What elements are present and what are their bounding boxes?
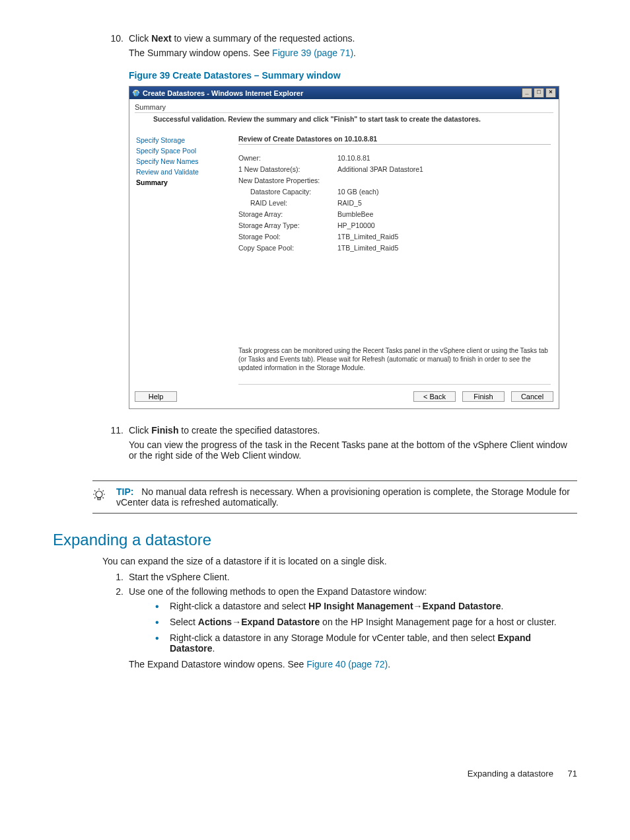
page-content: 10. Click Next to view a summary of the … [0,0,630,792]
expand-intro: You can expand the size of a datastore i… [102,556,577,566]
step-number: 2. [102,586,123,597]
svg-rect-2 [98,498,100,500]
nav-specify-storage[interactable]: Specify Storage [136,135,238,145]
footer-text: Expanding a datastore [468,769,553,779]
step-text: Use one of the following methods to open… [129,586,577,597]
list-item: Right-click a datastore and select HP In… [155,601,577,611]
footer-page-number: 71 [568,769,577,779]
expand-steps: 1. Start the vSphere Client. 2. Use one … [102,572,577,669]
wizard-main: Review of Create Datastores on 10.10.8.8… [238,135,553,385]
kv-row: Copy Space Pool:1TB_Limited_Raid5 [238,243,551,254]
step-number: 1. [102,572,123,582]
window-title: Create Datastores - Windows Internet Exp… [143,89,303,97]
expanding-datastore-heading: Expanding a datastore [53,531,577,549]
tip-block: TIP: No manual data refresh is necessary… [92,480,577,514]
help-button[interactable]: Help [135,391,177,402]
step-number: 11. [102,425,123,436]
step-text: Click Finish to create the specified dat… [129,425,577,436]
cancel-button[interactable]: Cancel [511,391,553,402]
ordered-steps-cont: 11. Click Finish to create the specified… [102,425,577,461]
review-title: Review of Create Datastores on 10.10.8.8… [238,135,551,145]
step-number: 10. [102,33,123,44]
kv-row: Storage Array:BumbleBee [238,209,551,220]
nav-specify-new-names[interactable]: Specify New Names [136,156,238,167]
kv-row: 1 New Datastore(s):Additional 3PAR Datas… [238,164,551,175]
list-item: Right-click a datastore in any Storage M… [155,632,577,654]
step-10: 10. Click Next to view a summary of the … [102,33,577,58]
expand-methods-list: Right-click a datastore and select HP In… [155,601,577,654]
wizard-note: Task progress can be monitored using the… [238,346,551,385]
expand-opens: The Expand Datastore window opens. See F… [129,659,577,669]
svg-point-1 [96,491,102,498]
minimize-button[interactable]: _ [522,88,532,98]
step-subtext: You can view the progress of the task in… [129,439,577,461]
kv-row: Storage Pool:1TB_Limited_Raid5 [238,231,551,243]
nav-review-validate[interactable]: Review and Validate [136,167,238,177]
maximize-button[interactable]: □ [534,88,544,98]
step-text: Click Next to view a summary of the requ… [129,33,577,44]
window-button-bar: Help < Back Finish Cancel [129,385,559,408]
svg-line-8 [94,498,96,499]
wizard-subtitle: Summary [135,103,553,113]
ie-icon [132,89,140,97]
wizard-description: Successful validation. Review the summar… [135,114,553,135]
kv-row: New Datastore Properties: [238,175,551,186]
kv-row: Datastore Capacity:10 GB (each) [238,186,551,198]
ordered-steps: 10. Click Next to view a summary of the … [102,33,577,58]
finish-button[interactable]: Finish [462,391,505,402]
create-datastores-window: Create Datastores - Windows Internet Exp… [129,86,559,409]
svg-line-5 [103,490,104,492]
figure-39-caption: Figure 39 Create Datastores – Summary wi… [129,70,577,81]
figure-40-link[interactable]: Figure 40 (page 72) [306,659,388,669]
list-item: Select Actions→Expand Datastore on the H… [155,617,577,627]
window-titlebar: Create Datastores - Windows Internet Exp… [129,87,559,99]
kv-row: RAID Level:RAID_5 [238,198,551,209]
expand-step-1: 1. Start the vSphere Client. [102,572,577,582]
tip-icon [92,486,107,508]
svg-line-4 [94,490,96,492]
wizard-nav: Specify Storage Specify Space Pool Speci… [135,135,238,385]
nav-summary[interactable]: Summary [136,177,238,188]
back-button[interactable]: < Back [413,391,456,402]
page-footer: Expanding a datastore 71 [53,769,577,779]
window-body: Summary Successful validation. Review th… [129,99,559,385]
kv-row: Owner:10.10.8.81 [238,153,551,164]
step-text: Start the vSphere Client. [129,572,577,582]
window-controls: _ □ × [522,88,556,98]
svg-line-9 [103,498,104,499]
figure-39-link[interactable]: Figure 39 (page 71) [272,48,353,58]
step-subtext: The Summary window opens. See Figure 39 … [129,48,577,58]
tip-label: TIP: [116,486,133,497]
tip-text: TIP: No manual data refresh is necessary… [116,486,577,508]
expand-step-2: 2. Use one of the following methods to o… [102,586,577,669]
nav-specify-space-pool[interactable]: Specify Space Pool [136,145,238,156]
close-button[interactable]: × [545,88,556,98]
step-11: 11. Click Finish to create the specified… [102,425,577,461]
kv-row: Storage Array Type:HP_P10000 [238,220,551,231]
